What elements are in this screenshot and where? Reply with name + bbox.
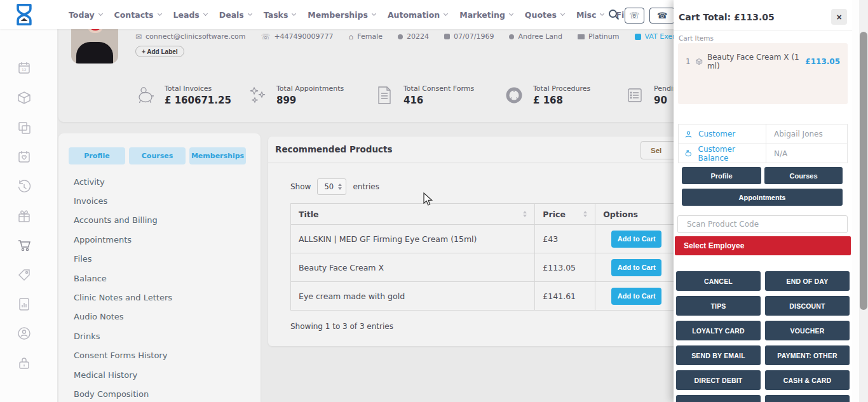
donut-chart-icon bbox=[503, 84, 525, 106]
cash-card-button[interactable]: CASH & CARD bbox=[765, 370, 850, 390]
customer-label-cell[interactable]: Customer bbox=[679, 124, 766, 144]
tips-button[interactable]: TIPS bbox=[676, 296, 761, 316]
user-clock-icon[interactable] bbox=[17, 326, 32, 341]
stat-total-procedures: Total Procedures £ 168 bbox=[503, 84, 590, 106]
scan-product-code-input[interactable] bbox=[677, 215, 848, 233]
nav-item-quotes[interactable]: Quotes bbox=[525, 10, 564, 20]
menu-item-body-composition[interactable]: Body Composition bbox=[74, 384, 172, 402]
tab-courses[interactable]: Courses bbox=[129, 147, 186, 164]
chevron-down-icon bbox=[248, 11, 252, 16]
column-header-price[interactable]: Price bbox=[535, 204, 595, 225]
cancel-button[interactable]: CANCEL bbox=[676, 271, 761, 291]
menu-item-invoices[interactable]: Invoices bbox=[74, 191, 172, 210]
vat-icon bbox=[635, 34, 641, 40]
stat-total-invoices: Total Invoices £ 160671.25 bbox=[135, 84, 231, 106]
close-icon[interactable]: × bbox=[831, 9, 847, 25]
report-icon[interactable] bbox=[17, 297, 32, 312]
calendar-icon[interactable]: 12 bbox=[17, 60, 32, 76]
menu-item-accounts-billing[interactable]: Accounts and Billing bbox=[74, 211, 172, 230]
nav-item-leads[interactable]: Leads bbox=[173, 10, 207, 20]
table-footer-status: Showing 1 to 3 of 3 entries bbox=[290, 322, 393, 331]
partial-action-button[interactable] bbox=[676, 395, 761, 402]
history-icon[interactable] bbox=[17, 179, 32, 194]
add-label-button[interactable]: + Add Label bbox=[135, 46, 184, 57]
customer-row: Customer Abigail Jones bbox=[679, 124, 847, 144]
handset-icon: ☎ bbox=[657, 11, 667, 20]
contact-phone[interactable]: ☏ +447490009777 bbox=[261, 32, 333, 41]
menu-item-clinic-notes[interactable]: Clinic Notes and Letters bbox=[74, 288, 172, 307]
scrollbar-thumb[interactable] bbox=[860, 32, 867, 310]
nav-item-automation[interactable]: Automation bbox=[388, 10, 447, 20]
lock-icon[interactable] bbox=[17, 356, 32, 371]
select-employee-button[interactable]: Select Employee bbox=[675, 236, 851, 255]
location-value: Andree Land bbox=[518, 32, 562, 41]
copy-icon[interactable] bbox=[17, 120, 32, 135]
customer-balance-label-cell[interactable]: Customer Balance bbox=[679, 144, 766, 163]
end-of-day-button[interactable]: END OF DAY bbox=[765, 271, 850, 291]
menu-item-appointments[interactable]: Appointments bbox=[74, 230, 172, 249]
products-table: Title Price Options ALLSKIN | MED GF Fir… bbox=[290, 203, 699, 311]
cart-item[interactable]: 1 Beauty Face Cream X (1 ml) £113.05 bbox=[686, 53, 840, 70]
handset-button[interactable]: ☎ bbox=[649, 8, 675, 23]
cart-courses-button[interactable]: Courses bbox=[764, 167, 843, 184]
stat-label: Total Consent Forms bbox=[403, 84, 474, 93]
nav-item-contacts[interactable]: Contacts bbox=[114, 10, 161, 20]
recommended-products-card: Recommended Products Sel Show 50 entries… bbox=[268, 137, 713, 346]
add-to-cart-button[interactable]: Add to Cart bbox=[611, 259, 661, 276]
product-title-cell: ALLSKIN | MED GF Firming Eye Cream (15ml… bbox=[291, 225, 535, 253]
cart-total-title: Cart Total: £113.05 bbox=[679, 12, 775, 22]
chevron-down-icon bbox=[98, 11, 103, 16]
direct-debit-button[interactable]: DIRECT DEBIT bbox=[676, 370, 761, 390]
email-value: connect@clinicsoftware.com bbox=[146, 32, 245, 41]
menu-item-files[interactable]: Files bbox=[74, 250, 172, 269]
package-icon[interactable] bbox=[17, 90, 32, 105]
nav-item-marketing[interactable]: Marketing bbox=[459, 10, 513, 20]
contact-email[interactable]: ✉ connect@clinicsoftware.com bbox=[135, 32, 245, 41]
page-size-select[interactable]: 50 bbox=[317, 178, 346, 195]
tab-memberships[interactable]: Memberships bbox=[189, 147, 246, 164]
menu-item-drinks[interactable]: Drinks bbox=[74, 326, 172, 345]
menu-item-balance[interactable]: Balance bbox=[74, 269, 172, 288]
cube-icon bbox=[695, 57, 703, 66]
gift-icon[interactable] bbox=[17, 208, 32, 224]
price-tag-icon[interactable] bbox=[17, 267, 32, 283]
nav-item-today[interactable]: Today bbox=[69, 10, 102, 20]
nav-item-tasks[interactable]: Tasks bbox=[264, 10, 296, 20]
cart-icon[interactable] bbox=[17, 238, 32, 253]
id-icon bbox=[398, 34, 403, 39]
contact-gender: ⌂ Female bbox=[349, 32, 383, 41]
cart-appointments-button[interactable]: Appointments bbox=[682, 189, 843, 206]
customer-balance-row: Customer Balance N/A bbox=[679, 144, 847, 163]
menu-item-consent-forms-history[interactable]: Consent Forms History bbox=[74, 346, 172, 365]
partial-action-button[interactable] bbox=[765, 395, 850, 402]
app-window: ✉ connect@clinicsoftware.com ☏ +44749000… bbox=[0, 0, 868, 402]
payment-other-button[interactable]: PAYMENT: OTHER bbox=[765, 345, 850, 365]
stat-total-appointments: Total Appointments 899 bbox=[247, 84, 344, 106]
nav-item-memberships[interactable]: Memberships bbox=[308, 10, 376, 20]
search-icon[interactable] bbox=[608, 9, 620, 20]
svg-text:12: 12 bbox=[22, 67, 27, 72]
loyalty-card-button[interactable]: LOYALTY CARD bbox=[676, 321, 761, 340]
column-header-title[interactable]: Title bbox=[291, 204, 535, 225]
menu-item-audio-notes[interactable]: Audio Notes bbox=[74, 307, 172, 326]
chevron-down-icon bbox=[560, 11, 565, 16]
nav-item-misc[interactable]: Misc bbox=[576, 10, 604, 20]
tier-icon bbox=[578, 34, 585, 39]
menu-item-activity[interactable]: Activity bbox=[74, 172, 172, 191]
product-price-cell: £141.61 bbox=[535, 282, 595, 311]
calendar-heart-icon[interactable] bbox=[17, 149, 32, 164]
menu-item-medical-history[interactable]: Medical History bbox=[74, 365, 172, 384]
voucher-button[interactable]: VOUCHER bbox=[765, 321, 850, 340]
sort-icon bbox=[523, 211, 527, 217]
discount-button[interactable]: DISCOUNT bbox=[765, 296, 850, 316]
send-by-email-button[interactable]: SEND BY EMAIL bbox=[676, 345, 761, 365]
add-to-cart-button[interactable]: Add to Cart bbox=[611, 231, 661, 248]
nav-item-deals[interactable]: Deals bbox=[219, 10, 252, 20]
cart-profile-button[interactable]: Profile bbox=[682, 167, 761, 184]
dial-phone-button[interactable]: ☏ bbox=[625, 8, 644, 23]
cart-item-qty: 1 bbox=[686, 57, 691, 66]
add-to-cart-button[interactable]: Add to Cart bbox=[611, 288, 661, 305]
contact-id: 20224 bbox=[398, 32, 429, 41]
tab-profile[interactable]: Profile bbox=[69, 147, 125, 164]
stars-icon bbox=[247, 84, 268, 106]
